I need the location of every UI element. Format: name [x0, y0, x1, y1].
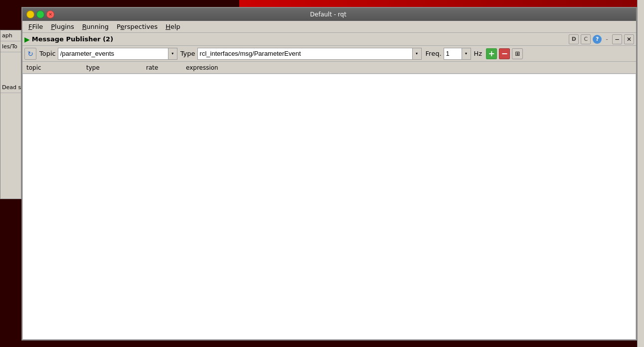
topic-dropdown-arrow[interactable]: ▾	[168, 48, 177, 59]
title-bar-left-controls: ✕	[26, 10, 54, 18]
toolbar: ↻ Topic ▾ Type ▾ Freq. ▾ Hz + − ⊞	[22, 46, 636, 62]
column-headers: topic type rate expression	[22, 62, 636, 74]
menu-perspectives[interactable]: Perspectives	[113, 22, 161, 31]
left-panel: aph les/To Dead s	[0, 30, 21, 199]
panel-c-button[interactable]: C	[581, 34, 591, 44]
add-button[interactable]: +	[486, 48, 497, 59]
topic-input-wrapper: ▾	[58, 48, 177, 60]
top-red-bar	[239, 0, 637, 7]
panel-close-button[interactable]: ✕	[624, 34, 634, 44]
hz-label: Hz	[474, 50, 483, 57]
title-bar: ✕ Default - rqt	[22, 8, 636, 21]
minimize-button[interactable]	[26, 10, 34, 18]
panel-play-icon: ▶	[24, 35, 30, 43]
col-header-rate: rate	[146, 64, 186, 71]
topic-input[interactable]	[58, 48, 168, 59]
type-input-wrapper: ▾	[197, 48, 422, 60]
left-panel-item-graph: aph	[0, 30, 21, 41]
topic-label: Topic	[39, 50, 56, 57]
right-panel	[637, 0, 644, 347]
main-window: ✕ Default - rqt FFile Plugins Running Pe…	[21, 7, 637, 341]
panel-title: Message Publisher (2)	[32, 35, 569, 43]
freq-dropdown-arrow[interactable]: ▾	[462, 48, 471, 59]
publish-button[interactable]: ⊞	[512, 48, 523, 59]
close-button[interactable]: ✕	[46, 10, 54, 18]
maximize-button[interactable]	[36, 10, 44, 18]
window-title: Default - rqt	[54, 11, 602, 18]
panel-title-bar: ▶ Message Publisher (2) D C ? - − ✕	[22, 33, 636, 46]
left-panel-item-dead: Dead s	[0, 82, 21, 93]
freq-input-wrapper: ▾	[444, 48, 471, 60]
remove-button[interactable]: −	[499, 48, 510, 59]
panel-d-button[interactable]: D	[569, 34, 579, 44]
left-panel-item-nodestopics: les/To	[0, 41, 21, 52]
col-header-topic: topic	[26, 64, 86, 71]
freq-input[interactable]	[444, 48, 462, 59]
menu-running[interactable]: Running	[78, 22, 113, 31]
menu-help[interactable]: Help	[161, 22, 184, 31]
menu-bar: FFile Plugins Running Perspectives Help	[22, 21, 636, 33]
col-header-type: type	[86, 64, 146, 71]
col-header-expression: expression	[186, 64, 632, 71]
type-label: Type	[180, 50, 195, 57]
refresh-button[interactable]: ↻	[24, 48, 36, 60]
menu-plugins[interactable]: Plugins	[47, 22, 78, 31]
menu-file[interactable]: FFile	[24, 22, 47, 31]
content-area	[22, 74, 636, 340]
panel-help-button[interactable]: ?	[593, 35, 602, 44]
type-input[interactable]	[198, 48, 412, 59]
panel-controls: D C ? - − ✕	[569, 34, 634, 44]
freq-label: Freq.	[426, 50, 442, 57]
type-dropdown-arrow[interactable]: ▾	[412, 48, 421, 59]
panel-separator: -	[606, 35, 608, 43]
panel-dash-button[interactable]: −	[612, 34, 622, 44]
